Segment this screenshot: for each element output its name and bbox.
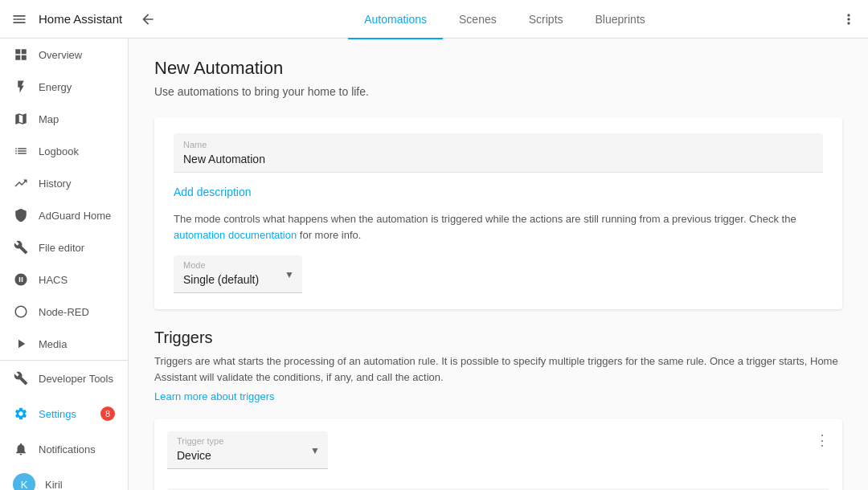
sidebar-item-map[interactable]: Map <box>0 103 128 135</box>
topbar-left: Home Assistant <box>10 10 138 29</box>
avatar: K <box>13 473 35 490</box>
tab-scenes[interactable]: Scenes <box>443 1 513 39</box>
name-field-group: Name <box>174 133 823 173</box>
bolt-icon <box>13 79 29 95</box>
nodes-icon <box>13 304 29 320</box>
store-icon <box>13 272 29 288</box>
sidebar-item-overview[interactable]: Overview <box>0 39 128 71</box>
sidebar-label-fileeditor: File editor <box>39 242 84 254</box>
add-description-link[interactable]: Add description <box>174 186 252 198</box>
sidebar-item-history[interactable]: History <box>0 167 128 199</box>
bell-icon <box>13 441 29 457</box>
sidebar-label-adguard: AdGuard Home <box>39 210 111 222</box>
sidebar-item-energy[interactable]: Energy <box>0 71 128 103</box>
tab-automations[interactable]: Automations <box>348 1 443 39</box>
mode-select-group: Mode Single (default) Restart Queued Par… <box>174 255 302 293</box>
sidebar-label-settings: Settings <box>39 408 76 420</box>
list-icon <box>13 143 29 159</box>
tab-scripts[interactable]: Scripts <box>513 1 579 39</box>
sidebar-label-notifications: Notifications <box>39 443 96 455</box>
sidebar-item-media[interactable]: Media <box>0 328 128 360</box>
sidebar-item-nodered[interactable]: Node-RED <box>0 296 128 328</box>
sidebar-item-notifications[interactable]: Notifications <box>0 431 128 467</box>
trigger-type-row: Trigger type Device State Event ▼ <box>167 431 815 469</box>
triggers-desc: Triggers are what starts the processing … <box>154 353 842 385</box>
sidebar-label-map: Map <box>39 113 59 125</box>
shield-icon <box>13 207 29 223</box>
page-title: New Automation <box>154 58 842 79</box>
more-icon[interactable] <box>839 10 858 29</box>
sidebar-item-settings[interactable]: Settings 8 <box>0 396 128 431</box>
trigger-type-label: Trigger type <box>177 436 223 446</box>
sidebar-label-overview: Overview <box>39 49 82 61</box>
name-input[interactable] <box>174 133 823 173</box>
layout: Overview Energy Map Logbook <box>0 39 868 490</box>
main-content: New Automation Use automations to bring … <box>129 39 868 490</box>
sidebar-item-devtools[interactable]: Developer Tools <box>0 361 128 396</box>
name-label: Name <box>183 140 207 149</box>
sidebar-label-devtools: Developer Tools <box>39 373 113 385</box>
sidebar-bottom: Developer Tools Settings 8 Notifications… <box>0 360 128 490</box>
sidebar-label-nodered: Node-RED <box>39 306 89 318</box>
topbar-right <box>839 10 858 29</box>
sidebar-label-profile: Kiril <box>45 479 63 491</box>
play-icon <box>13 336 29 352</box>
sidebar-item-profile[interactable]: K Kiril <box>0 467 128 490</box>
nav-tabs: Automations Scenes Scripts Blueprints <box>170 0 839 39</box>
trigger-card-header: Trigger type Device State Event ▼ ⋮ <box>167 431 829 479</box>
settings-badge: 8 <box>100 406 115 421</box>
trigger-card: Trigger type Device State Event ▼ ⋮ Devi… <box>154 419 842 490</box>
sidebar-item-adguard[interactable]: AdGuard Home <box>0 199 128 231</box>
sidebar-item-fileeditor[interactable]: File editor <box>0 231 128 263</box>
automation-name-card: Name Add description The mode controls w… <box>154 117 842 309</box>
sidebar-label-energy: Energy <box>39 81 72 93</box>
trigger-type-select-group: Trigger type Device State Event ▼ <box>167 431 328 469</box>
sidebar-label-hacs: HACS <box>39 274 68 286</box>
sidebar: Overview Energy Map Logbook <box>0 39 129 490</box>
sidebar-label-logbook: Logbook <box>39 145 79 157</box>
sidebar-label-media: Media <box>39 338 67 350</box>
back-icon[interactable] <box>138 10 158 29</box>
gear-icon <box>13 406 29 422</box>
grid-icon <box>13 47 29 63</box>
sidebar-label-history: History <box>39 178 71 190</box>
wrench-icon <box>13 239 29 255</box>
chart-icon <box>13 175 29 191</box>
sidebar-item-logbook[interactable]: Logbook <box>0 135 128 167</box>
triggers-title: Triggers <box>154 329 842 347</box>
triggers-learn-more-link[interactable]: Learn more about triggers <box>154 390 275 402</box>
page-subtitle: Use automations to bring your home to li… <box>154 85 842 98</box>
map-icon <box>13 111 29 127</box>
automation-docs-link[interactable]: automation documentation <box>174 229 297 241</box>
tab-blueprints[interactable]: Blueprints <box>579 1 661 39</box>
app-title: Home Assistant <box>39 12 122 26</box>
sidebar-item-hacs[interactable]: HACS <box>0 263 128 296</box>
tools-icon <box>13 370 29 386</box>
trigger-more-icon[interactable]: ⋮ <box>815 431 829 449</box>
mode-description: The mode controls what happens when the … <box>174 211 823 243</box>
topbar: Home Assistant Automations Scenes Script… <box>0 0 868 39</box>
mode-label: Mode <box>183 260 206 270</box>
menu-icon[interactable] <box>10 10 29 29</box>
